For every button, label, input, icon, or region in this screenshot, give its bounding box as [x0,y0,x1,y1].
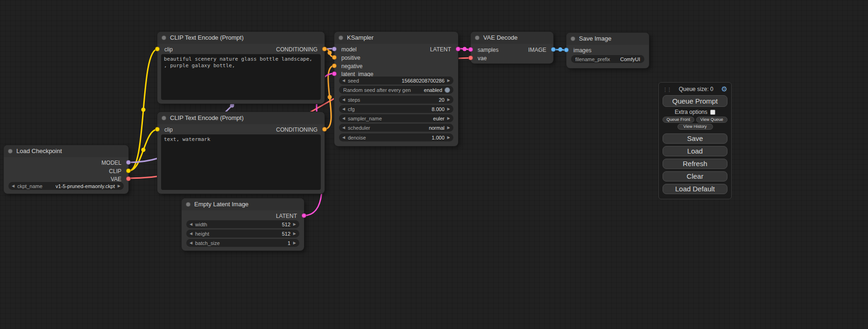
widget-height[interactable]: height 512 [186,230,299,238]
increment-arrow-icon[interactable] [291,230,296,238]
input-slot-images: images [566,46,649,54]
slot-label: VAE [111,176,121,182]
view-queue-button[interactable]: View Queue [696,117,728,123]
widget-steps[interactable]: steps 20 [339,96,453,104]
decrement-arrow-icon[interactable] [342,96,347,104]
node-empty-latent-image[interactable]: Empty Latent Image LATENT width 512 heig… [182,198,304,251]
increment-arrow-icon[interactable] [291,220,296,228]
positive-input-port[interactable] [332,55,337,60]
clip-output-port[interactable] [126,168,131,173]
node-header[interactable]: VAE Decode [471,32,553,44]
slot-label: vae [478,55,487,62]
refresh-button[interactable]: Refresh [663,159,727,169]
increment-arrow-icon[interactable] [445,133,450,141]
collapse-dot-icon[interactable] [162,35,166,40]
queue-menu-panel: Queue size: 0 Queue Prompt Extra options… [658,82,732,199]
widget-ckpt-name[interactable]: ckpt_name v1-5-pruned-emaonly.ckpt [8,182,124,190]
latent-image-input-port[interactable] [332,71,337,76]
slot-label: MODEL [101,160,121,166]
widget-batch-size[interactable]: batch_size 1 [186,239,299,247]
prompt-textarea[interactable]: beautiful scenery nature glass bottle la… [161,54,321,100]
save-button[interactable]: Save [663,133,727,144]
node-vae-decode[interactable]: VAE Decode samples IMAGE vae [471,32,553,63]
extra-options-checkbox[interactable] [710,110,715,115]
widget-value: euler [383,116,445,121]
negative-input-port[interactable] [332,63,337,68]
collapse-dot-icon[interactable] [475,35,480,40]
node-header[interactable]: Save Image [566,33,649,45]
conditioning-output-port[interactable] [322,47,327,51]
increment-arrow-icon[interactable] [116,182,120,190]
node-clip-text-encode-negative[interactable]: CLIP Text Encode (Prompt) clip CONDITION… [157,112,325,194]
slot-label: images [573,47,592,54]
node-load-checkpoint[interactable]: Load Checkpoint MODEL CLIP VAE ckpt_name… [4,145,128,194]
toggle-knob-icon[interactable] [445,87,450,93]
latent-output-port[interactable] [302,213,306,218]
slot-label: CONDITIONING [276,46,318,53]
drag-handle-icon[interactable] [663,85,671,93]
increment-arrow-icon[interactable] [445,105,450,113]
decrement-arrow-icon[interactable] [342,105,347,113]
decrement-arrow-icon[interactable] [342,124,347,132]
widget-name: steps [347,97,361,103]
clear-button[interactable]: Clear [663,171,727,182]
widget-width[interactable]: width 512 [186,220,299,228]
widget-random-seed-toggle[interactable]: Random seed after every gen enabled [339,86,453,94]
widget-sampler-name[interactable]: sampler_name euler [339,114,453,122]
node-clip-text-encode-positive[interactable]: CLIP Text Encode (Prompt) clip CONDITION… [157,32,325,104]
node-header[interactable]: Empty Latent Image [182,198,304,210]
prompt-textarea[interactable]: text, watermark [161,134,321,190]
increment-arrow-icon[interactable] [445,77,450,84]
increment-arrow-icon[interactable] [445,96,450,104]
node-header[interactable]: Load Checkpoint [4,145,128,157]
node-title-text: Empty Latent Image [194,201,248,208]
settings-gear-icon[interactable] [721,85,727,93]
model-output-port[interactable] [126,160,131,165]
vae-output-port[interactable] [126,176,131,181]
node-graph-canvas[interactable]: Load Checkpoint MODEL CLIP VAE ckpt_name… [0,0,868,329]
input-slot-negative: negative [334,62,458,70]
extra-options-label: Extra options [675,109,707,115]
increment-arrow-icon[interactable] [445,114,450,122]
decrement-arrow-icon[interactable] [342,133,347,141]
node-header[interactable]: CLIP Text Encode (Prompt) [157,112,325,124]
node-save-image[interactable]: Save Image images filename_prefix ComfyU… [566,33,649,68]
collapse-dot-icon[interactable] [162,116,166,120]
decrement-arrow-icon[interactable] [190,239,194,247]
widget-value: normal [371,125,445,131]
view-history-row: View History [663,124,727,130]
node-header[interactable]: CLIP Text Encode (Prompt) [157,32,325,44]
increment-arrow-icon[interactable] [291,239,296,247]
image-output-port[interactable] [551,47,556,52]
widget-name: Random seed after every gen [342,87,412,93]
queue-front-button[interactable]: Queue Front [663,117,694,123]
collapse-dot-icon[interactable] [8,149,13,154]
decrement-arrow-icon[interactable] [342,77,347,84]
load-default-button[interactable]: Load Default [663,184,727,194]
load-button[interactable]: Load [663,146,727,156]
node-title-text: Load Checkpoint [16,147,62,154]
images-input-port[interactable] [564,48,569,52]
widget-seed[interactable]: seed 156680208700286 [339,77,453,84]
widget-name: ckpt_name [16,183,43,189]
collapse-dot-icon[interactable] [339,35,343,40]
node-ksampler[interactable]: KSampler model LATENT positive negative … [334,32,458,146]
widget-denoise[interactable]: denoise 1.000 [339,133,453,141]
widget-name: width [194,222,208,227]
conditioning-output-port[interactable] [322,127,327,132]
vae-input-port[interactable] [468,56,473,60]
collapse-dot-icon[interactable] [186,202,191,207]
collapse-dot-icon[interactable] [571,36,575,41]
decrement-arrow-icon[interactable] [190,220,194,228]
view-history-button[interactable]: View History [677,124,713,130]
widget-cfg[interactable]: cfg 8.000 [339,105,453,113]
widget-scheduler[interactable]: scheduler normal [339,124,453,132]
decrement-arrow-icon[interactable] [190,230,194,238]
node-header[interactable]: KSampler [334,32,458,44]
widget-filename-prefix[interactable]: filename_prefix ComfyUI [571,55,644,63]
decrement-arrow-icon[interactable] [342,114,347,122]
increment-arrow-icon[interactable] [445,124,450,132]
decrement-arrow-icon[interactable] [12,182,16,190]
latent-output-port[interactable] [456,47,460,51]
queue-prompt-button[interactable]: Queue Prompt [663,95,727,107]
